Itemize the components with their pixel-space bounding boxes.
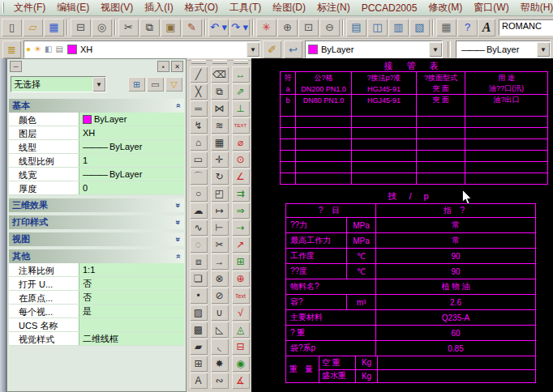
dim-ordinate-icon[interactable]: ⊥: [232, 100, 250, 117]
dim-continue-icon[interactable]: ⇢: [232, 219, 250, 236]
auto-hide-pin-icon[interactable]: ▪: [157, 61, 169, 72]
cut-icon[interactable]: ✂: [118, 19, 139, 36]
redo-icon[interactable]: ↷ ▾: [229, 19, 250, 36]
make-block-icon[interactable]: ❏: [190, 271, 208, 287]
mirror-icon[interactable]: ⋈: [211, 100, 229, 117]
menu-item[interactable]: PCCAD2005: [356, 2, 423, 15]
chamfer-icon[interactable]: ◺: [211, 322, 229, 338]
text-edit-icon[interactable]: Text: [232, 288, 250, 304]
surface-finish-icon[interactable]: √: [232, 305, 250, 321]
property-value[interactable]: 是: [79, 305, 184, 317]
zoom-previous-icon[interactable]: ⊖: [319, 19, 340, 36]
save-icon[interactable]: ▦: [44, 19, 64, 36]
ellipse-icon[interactable]: ◌: [190, 236, 208, 253]
layer-plot-icon[interactable]: ▤: [55, 45, 62, 53]
fillet-icon[interactable]: ◟: [211, 339, 229, 355]
menu-item[interactable]: 编辑(E): [51, 0, 95, 15]
text-style-combo[interactable]: ROMANC: [499, 19, 553, 36]
property-value[interactable]: 二维线框: [79, 332, 184, 345]
section-header-3d-effects[interactable]: 三维效果: [9, 198, 184, 212]
table-icon[interactable]: ⊞: [190, 356, 208, 372]
color-combo-arrow[interactable]: ▼: [429, 42, 442, 57]
menu-item[interactable]: 绘图(D): [267, 0, 311, 15]
property-value[interactable]: 否: [79, 277, 184, 290]
arc-icon[interactable]: ⌒: [190, 168, 208, 185]
make-object-layer-current-button[interactable]: ✐: [263, 40, 281, 58]
circle-icon[interactable]: ○: [190, 185, 208, 202]
region-icon[interactable]: ▰: [190, 339, 208, 355]
property-value[interactable]: [79, 318, 184, 331]
balloon-icon[interactable]: ◉: [232, 356, 250, 372]
section-header-plot-style[interactable]: 打印样式: [9, 215, 184, 229]
revcloud-icon[interactable]: ☁: [190, 202, 208, 219]
menu-item[interactable]: 视图(V): [95, 0, 139, 15]
rotate-icon[interactable]: ↻: [211, 168, 229, 185]
quick-select-icon[interactable]: ▽: [165, 77, 182, 92]
leader-icon[interactable]: ↗: [232, 236, 250, 253]
snap-icon[interactable]: ✳: [256, 19, 276, 36]
join-icon[interactable]: ∪: [211, 305, 229, 321]
menu-item[interactable]: 文件(F): [8, 0, 51, 15]
gradient-icon[interactable]: ▩: [190, 322, 208, 338]
linetype-combo-arrow[interactable]: ▼: [537, 42, 550, 57]
hatch-icon[interactable]: ▨: [190, 305, 208, 321]
property-value[interactable]: ——— ByLayer: [79, 140, 184, 153]
break-icon[interactable]: ⊘: [211, 288, 229, 304]
line-icon[interactable]: ╱: [190, 66, 208, 83]
selection-combo[interactable]: 无选择 ▼: [11, 76, 106, 92]
zoom-window-icon[interactable]: ⊡: [298, 19, 319, 36]
palette-title-bar[interactable]: [0, 58, 6, 392]
polyline-icon[interactable]: ↯: [190, 117, 208, 134]
text-tool-icon[interactable]: TEXT: [232, 117, 250, 134]
tool-palettes-icon[interactable]: ▥: [388, 19, 409, 36]
dim-aligned-icon[interactable]: ⇗: [232, 83, 250, 100]
menu-item[interactable]: 窗口(W): [468, 0, 514, 15]
polygon-icon[interactable]: ⌂: [190, 134, 208, 151]
layer-lock-icon[interactable]: ◧: [45, 45, 52, 53]
select-objects-icon[interactable]: ▭: [147, 77, 164, 92]
property-value[interactable]: 0: [79, 181, 184, 194]
palette-menu-icon[interactable]: ─: [10, 61, 22, 72]
erase-icon[interactable]: ⌫: [211, 66, 229, 83]
rectangle-icon[interactable]: ▭: [190, 151, 208, 168]
center-mark-icon[interactable]: ⊕: [232, 271, 250, 287]
font-tool-button[interactable]: A: [478, 19, 495, 36]
tolerance-icon[interactable]: ⊞: [232, 254, 250, 270]
dim-baseline-icon[interactable]: ⇒: [232, 202, 250, 219]
layer-freeze-sun-icon[interactable]: ☀: [34, 45, 41, 53]
copy-icon[interactable]: ⧉: [139, 19, 160, 36]
point-icon[interactable]: •: [190, 288, 208, 304]
linetype-combo[interactable]: ——— ByLayer ▼: [456, 40, 551, 58]
menubar-grip[interactable]: [2, 2, 4, 13]
toolbar-grip[interactable]: [234, 60, 248, 64]
menu-item[interactable]: 插入(I): [139, 0, 178, 15]
toolbar-grip[interactable]: [212, 60, 227, 64]
layer-combo[interactable]: ● ☀ ◧ ▤ XH ▼: [24, 40, 260, 58]
dim-angular-icon[interactable]: ∠: [232, 168, 250, 185]
matchprop-icon[interactable]: ✎: [182, 19, 202, 36]
quickcalc-icon[interactable]: ▦: [436, 19, 457, 36]
explode-icon[interactable]: ✸: [211, 356, 229, 372]
selection-combo-arrow[interactable]: ▼: [92, 77, 105, 92]
array-icon[interactable]: ▦: [211, 134, 229, 151]
section-header-basic[interactable]: 基本: [9, 99, 184, 113]
sheet-set-manager-icon[interactable]: ▧: [409, 19, 430, 36]
property-value[interactable]: 1: [79, 154, 184, 167]
section-header-view[interactable]: 视图: [9, 232, 184, 246]
scale-icon[interactable]: ◰: [211, 185, 229, 202]
paste-icon[interactable]: ▣: [161, 19, 181, 36]
quick-dim-icon[interactable]: ⇉: [232, 185, 250, 202]
plot-icon[interactable]: ⊟: [71, 19, 91, 36]
welding-symbol-icon[interactable]: ◬: [232, 322, 250, 338]
property-value[interactable]: 否: [79, 291, 184, 304]
multiline-icon[interactable]: ═: [190, 100, 208, 117]
dim-radius-icon[interactable]: ⌀: [232, 134, 250, 151]
menu-item[interactable]: 帮助(H): [515, 0, 553, 15]
undo-icon[interactable]: ↶ ▾: [208, 19, 229, 36]
toolbar-grip[interactable]: [191, 60, 206, 64]
property-value[interactable]: ——— ByLayer: [79, 168, 184, 181]
extend-icon[interactable]: →: [211, 254, 229, 270]
datum-icon[interactable]: ⊟: [232, 339, 250, 355]
help-icon[interactable]: ?: [457, 19, 478, 36]
designcenter-icon[interactable]: ◫: [367, 19, 388, 36]
